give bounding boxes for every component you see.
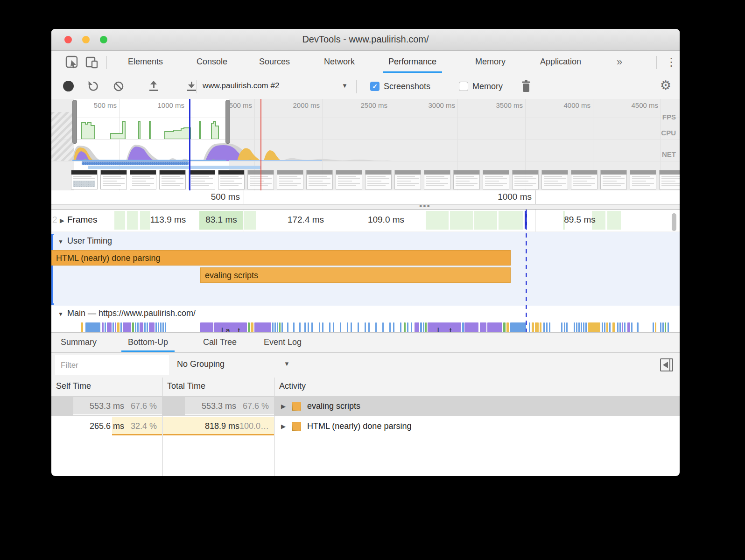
column-self-time[interactable]: Self Time (56, 381, 91, 391)
frame-block[interactable] (114, 211, 125, 230)
filmstrip-thumbnail[interactable] (189, 170, 215, 189)
frame-block[interactable] (607, 211, 621, 230)
activity-name: HTML (nearly) done parsing (307, 416, 411, 436)
pane-splitter-handle[interactable]: ••• (51, 204, 680, 210)
filmstrip-thumbnail[interactable] (306, 170, 333, 189)
ruler-label-500: 500 ms (189, 192, 240, 202)
filmstrip-thumbnail[interactable] (630, 170, 656, 189)
tab-memory[interactable]: Memory (475, 51, 506, 73)
profile-select-arrow-icon[interactable]: ▼ (342, 82, 348, 89)
toolbar-separator-2 (197, 80, 197, 93)
filmstrip-thumbnail[interactable] (483, 170, 509, 189)
devtools-menu-icon[interactable]: ⋮ (666, 51, 677, 73)
tab-bottom-up[interactable]: Bottom-Up (128, 333, 168, 351)
window-title: DevTools - www.paulirish.com/ (51, 34, 680, 45)
trash-icon[interactable] (520, 80, 532, 93)
table-row[interactable]: 553.3 ms67.6 % 553.3 ms67.6 % ▶ evaling … (51, 396, 680, 416)
filmstrip-thumbnail[interactable] (512, 170, 539, 189)
reload-record-icon[interactable] (88, 81, 99, 92)
clear-recording-icon[interactable] (113, 81, 124, 92)
filmstrip-thumbnail[interactable] (218, 170, 245, 189)
expander-collapsed-icon[interactable]: ▶ (60, 217, 64, 224)
user-timing-track-label[interactable]: ▼User Timing (58, 236, 112, 246)
filmstrip-thumbnail[interactable] (659, 170, 680, 189)
profile-select[interactable]: www.paulirish.com #2 (203, 81, 279, 91)
tab-console[interactable]: Console (197, 51, 227, 73)
table-row[interactable]: 265.6 ms32.4 % 818.9 ms100.0… ▶ HTML (ne… (51, 416, 680, 436)
filmstrip-thumbnail[interactable] (394, 170, 421, 189)
filter-input[interactable] (55, 355, 169, 375)
settings-gear-icon[interactable]: ⚙ (660, 78, 671, 93)
filmstrip-thumbnail[interactable] (453, 170, 480, 189)
column-total-time[interactable]: Total Time (167, 381, 205, 391)
frame-block[interactable] (474, 211, 497, 230)
tabs-overflow-chevron[interactable]: » (617, 51, 622, 73)
load-event-marker-line (260, 99, 261, 190)
activity-color-swatch (292, 422, 301, 431)
timeline-overview[interactable]: 500 ms 1000 ms 1500 ms 2000 ms 2500 ms 3… (51, 99, 680, 204)
filmstrip-thumbnail[interactable] (277, 170, 303, 189)
current-time-dashed-marker (526, 210, 527, 332)
ruler-label-1000: 1000 ms (480, 192, 532, 202)
performance-toolbar: www.paulirish.com #2 ▼ ✓ Screenshots Mem… (51, 74, 680, 99)
tab-network[interactable]: Network (324, 51, 355, 73)
frame-block[interactable] (499, 211, 523, 230)
track-ruler: 500 ms 1000 ms (51, 190, 680, 204)
frame-block[interactable] (450, 211, 473, 230)
show-heaviest-stack-icon[interactable] (660, 358, 673, 371)
record-button[interactable] (63, 81, 74, 91)
tab-event-log[interactable]: Event Log (264, 333, 302, 351)
window-titlebar[interactable]: DevTools - www.paulirish.com/ (51, 29, 680, 51)
memory-checkbox-label[interactable]: Memory (472, 82, 503, 91)
memory-checkbox[interactable] (459, 82, 468, 91)
column-activity[interactable]: Activity (279, 381, 306, 391)
grouping-select-arrow-icon[interactable]: ▼ (284, 360, 290, 367)
user-timing-bar-html-parsing[interactable]: HTML (nearly) done parsing (51, 250, 511, 266)
inspect-element-icon[interactable] (65, 56, 79, 70)
row-expander-icon[interactable]: ▶ (281, 423, 286, 430)
filmstrip-thumbnail[interactable] (541, 170, 568, 189)
main-track-label[interactable]: ▼Main — https://www.paulirish.com/ (58, 308, 196, 318)
selection-bracket (51, 234, 54, 305)
filmstrip-thumbnail[interactable] (600, 170, 627, 189)
frames-track-label[interactable]: ▶Frames (57, 215, 100, 225)
tab-application[interactable]: Application (540, 51, 581, 73)
activity-color-swatch (292, 402, 301, 411)
tab-performance[interactable]: Performance (388, 51, 436, 73)
expander-expanded-icon[interactable]: ▼ (58, 238, 63, 245)
devtools-tabbar: Elements Console Sources Network Perform… (51, 51, 680, 74)
grouping-select[interactable]: No Grouping (177, 359, 225, 369)
tab-elements[interactable]: Elements (128, 51, 163, 73)
filmstrip-thumbnail[interactable] (130, 170, 156, 189)
filmstrip-thumbnail[interactable] (365, 170, 392, 189)
profile-select-value: www.paulirish.com #2 (203, 81, 279, 90)
tab-sources[interactable]: Sources (259, 51, 290, 73)
user-timing-bar-evaling-scripts[interactable]: evaling scripts (200, 267, 511, 283)
load-profile-icon[interactable] (148, 81, 159, 91)
frames-track[interactable]: 215.2 ms ▶Frames 113.9 ms 83.1 ms 172.4 … (51, 210, 680, 231)
row-expander-icon[interactable]: ▶ (281, 403, 286, 410)
user-timing-track[interactable]: ▼User Timing HTML (nearly) done parsing … (51, 232, 680, 306)
frame-timing: 113.9 ms (142, 215, 194, 225)
screenshot-stage: DevTools - www.paulirish.com/ Elements C… (0, 0, 745, 560)
filmstrip-thumbnail[interactable] (159, 170, 186, 189)
filmstrip-thumbnail[interactable] (571, 170, 597, 189)
tab-summary[interactable]: Summary (61, 333, 97, 351)
device-toolbar-icon[interactable] (85, 56, 99, 70)
save-profile-icon[interactable] (186, 81, 197, 91)
expander-expanded-icon[interactable]: ▼ (58, 311, 63, 317)
selection-right-handle[interactable] (225, 100, 230, 144)
selection-left-handle[interactable] (72, 100, 77, 144)
tracks-scrollbar-thumb[interactable] (672, 213, 676, 231)
filmstrip-thumbnail[interactable] (424, 170, 450, 189)
screenshots-checkbox-label[interactable]: Screenshots (384, 82, 430, 91)
frame-timing: 172.4 ms (280, 215, 331, 225)
filmstrip-thumbnail[interactable] (100, 170, 127, 189)
filmstrip-thumbnail[interactable] (336, 170, 362, 189)
activity-name: evaling scripts (307, 396, 360, 416)
frame-block[interactable] (127, 211, 138, 230)
screenshots-checkbox[interactable]: ✓ (370, 82, 380, 91)
filmstrip-thumbnail[interactable] (71, 170, 98, 189)
frame-block[interactable] (426, 211, 449, 230)
tab-call-tree[interactable]: Call Tree (203, 333, 237, 351)
